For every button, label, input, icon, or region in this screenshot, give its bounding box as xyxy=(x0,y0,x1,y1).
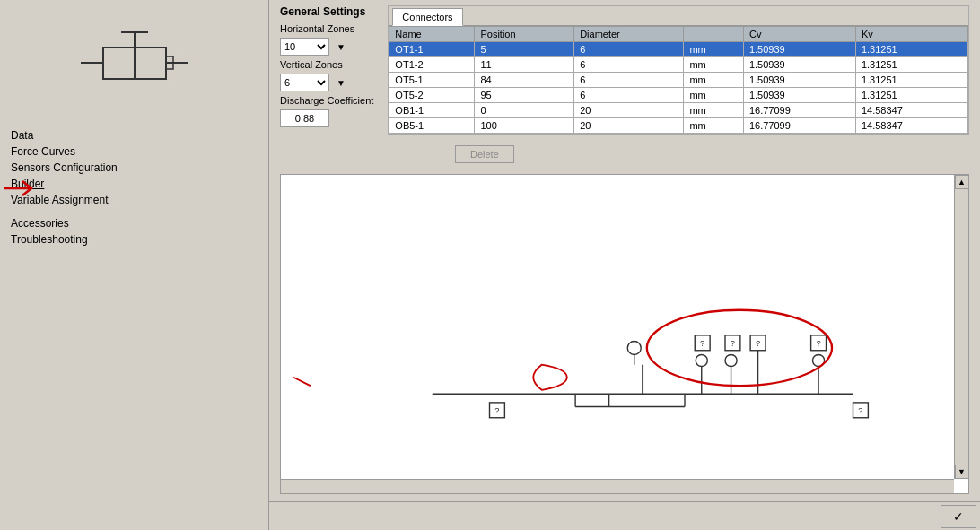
cell-kv: 1.31251 xyxy=(855,88,967,103)
cell-diameter: 6 xyxy=(574,73,684,88)
scroll-up-arrow[interactable]: ▲ xyxy=(955,175,969,189)
cell-name: OT1-2 xyxy=(389,57,475,73)
cell-diameter: 6 xyxy=(574,42,684,57)
cell-position: 0 xyxy=(475,103,574,118)
drawing-area: ? ? ? ? xyxy=(280,174,969,494)
cell-unit: mm xyxy=(684,57,744,73)
cell-cv: 16.77099 xyxy=(743,103,855,118)
cell-cv: 1.50939 xyxy=(743,42,855,57)
cell-cv: 1.50939 xyxy=(743,57,855,73)
cell-position: 11 xyxy=(475,57,574,73)
cell-kv: 1.31251 xyxy=(855,57,967,73)
sidebar-item-data[interactable]: Data xyxy=(0,127,268,143)
table-row[interactable]: OT5-2956mm1.509391.31251 xyxy=(389,88,968,103)
cell-unit: mm xyxy=(684,88,744,103)
cell-name: OT5-1 xyxy=(389,73,475,88)
bottom-bar: ✓ xyxy=(269,501,980,530)
horizontal-scrollbar[interactable] xyxy=(281,479,954,493)
table-row[interactable]: OT1-156mm1.509391.31251 xyxy=(389,42,968,57)
cell-diameter: 6 xyxy=(574,57,684,73)
cell-unit: mm xyxy=(684,118,744,134)
cell-kv: 14.58347 xyxy=(855,118,967,134)
delete-button[interactable]: Delete xyxy=(455,145,514,163)
cell-kv: 14.58347 xyxy=(855,103,967,118)
cell-name: OB1-1 xyxy=(389,103,475,118)
sidebar: Data Force Curves Sensors Configuration … xyxy=(0,0,269,530)
cell-unit: mm xyxy=(684,103,744,118)
svg-point-16 xyxy=(725,354,737,366)
table-row[interactable]: OB5-110020mm16.7709914.58347 xyxy=(389,118,968,134)
svg-text:?: ? xyxy=(858,406,862,415)
sidebar-item-builder[interactable]: Builder xyxy=(0,176,268,192)
table-row[interactable]: OT1-2116mm1.509391.31251 xyxy=(389,57,968,73)
svg-text:?: ? xyxy=(731,339,735,348)
horizontal-zones-label: Horizontal Zones xyxy=(280,23,370,34)
cell-position: 5 xyxy=(475,42,574,57)
check-button[interactable]: ✓ xyxy=(941,505,976,528)
connectors-tab: Connectors xyxy=(389,6,968,26)
sidebar-item-accessories[interactable]: Accessories xyxy=(0,215,268,231)
sidebar-nav: Data Force Curves Sensors Configuration … xyxy=(0,124,268,251)
table-row[interactable]: OT5-1846mm1.509391.31251 xyxy=(389,73,968,88)
col-position: Position xyxy=(475,27,574,42)
hydraulic-symbol xyxy=(72,25,197,106)
cell-cv: 1.50939 xyxy=(743,88,855,103)
connectors-table: Name Position Diameter Cv Kv OT1-156mm1.… xyxy=(389,26,968,134)
cell-diameter: 20 xyxy=(574,118,684,134)
discharge-coeff-input[interactable] xyxy=(280,109,329,127)
discharge-coeff-label: Discharge Coefficient xyxy=(280,95,373,106)
col-diameter: Diameter xyxy=(574,27,684,42)
cell-position: 100 xyxy=(475,118,574,134)
cell-kv: 1.31251 xyxy=(855,42,967,57)
svg-text:?: ? xyxy=(756,339,760,348)
cell-name: OT1-1 xyxy=(389,42,475,57)
cell-cv: 16.77099 xyxy=(743,118,855,134)
drawing-content: ? ? ? ? xyxy=(281,175,954,479)
svg-point-13 xyxy=(696,354,707,366)
general-settings-title: General Settings xyxy=(280,5,373,18)
cell-position: 95 xyxy=(475,88,574,103)
sidebar-diagram xyxy=(0,7,268,124)
table-row[interactable]: OB1-1020mm16.7709914.58347 xyxy=(389,103,968,118)
connectors-tab-button[interactable]: Connectors xyxy=(392,8,462,26)
col-unit xyxy=(684,27,744,42)
cell-name: OT5-2 xyxy=(389,88,475,103)
cell-cv: 1.50939 xyxy=(743,73,855,88)
cell-unit: mm xyxy=(684,73,744,88)
cell-diameter: 6 xyxy=(574,88,684,103)
svg-point-9 xyxy=(627,341,641,354)
col-cv: Cv xyxy=(743,27,855,42)
col-kv: Kv xyxy=(855,27,967,42)
svg-text:?: ? xyxy=(700,339,704,348)
vertical-zones-select[interactable]: 6 4 8 10 xyxy=(280,74,329,91)
cell-name: OB5-1 xyxy=(389,118,475,134)
cell-kv: 1.31251 xyxy=(855,73,967,88)
sidebar-item-troubleshooting[interactable]: Troubleshooting xyxy=(0,231,268,248)
scroll-thumb[interactable] xyxy=(955,189,968,465)
vertical-zones-label: Vertical Zones xyxy=(280,59,370,70)
general-settings-panel: General Settings Horizontal Zones 10 6 8… xyxy=(280,5,373,131)
sidebar-item-variable-assignment[interactable]: Variable Assignment xyxy=(0,192,268,208)
sidebar-item-force-curves[interactable]: Force Curves xyxy=(0,143,268,160)
svg-text:?: ? xyxy=(494,406,499,415)
horizontal-zones-select[interactable]: 10 6 8 12 xyxy=(280,38,329,56)
content-area: General Settings Horizontal Zones 10 6 8… xyxy=(269,0,980,530)
cell-position: 84 xyxy=(475,73,574,88)
vertical-scrollbar[interactable]: ▲ ▼ xyxy=(954,175,968,479)
cell-unit: mm xyxy=(684,42,744,57)
connectors-panel: Connectors Name Position Diameter Cv Kv xyxy=(388,5,969,135)
sidebar-item-sensors-config[interactable]: Sensors Configuration xyxy=(0,160,268,176)
col-name: Name xyxy=(389,27,475,42)
cell-diameter: 20 xyxy=(574,103,684,118)
svg-text:?: ? xyxy=(816,339,820,348)
scroll-down-arrow[interactable]: ▼ xyxy=(955,465,969,479)
schematic-svg: ? ? ? ? xyxy=(281,175,954,479)
